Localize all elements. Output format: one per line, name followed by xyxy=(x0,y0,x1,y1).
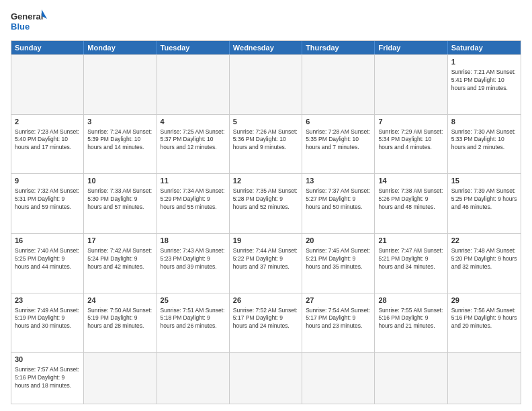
cal-header-day: Friday xyxy=(375,41,447,54)
sun-info: Sunrise: 7:24 AM Sunset: 5:39 PM Dayligh… xyxy=(87,128,152,152)
calendar-cell: 25Sunrise: 7:51 AM Sunset: 5:18 PM Dayli… xyxy=(157,293,230,353)
calendar-row: 9Sunrise: 7:32 AM Sunset: 5:31 PM Daylig… xyxy=(11,173,521,233)
day-number: 6 xyxy=(306,117,371,127)
calendar-cell: 27Sunrise: 7:54 AM Sunset: 5:17 PM Dayli… xyxy=(302,293,375,353)
day-number: 26 xyxy=(233,295,298,306)
day-number: 16 xyxy=(15,236,80,246)
sun-info: Sunrise: 7:49 AM Sunset: 5:19 PM Dayligh… xyxy=(15,307,80,331)
calendar-row: 2Sunrise: 7:23 AM Sunset: 5:40 PM Daylig… xyxy=(11,114,521,174)
calendar-cell: 23Sunrise: 7:49 AM Sunset: 5:19 PM Dayli… xyxy=(11,293,84,353)
sun-info: Sunrise: 7:43 AM Sunset: 5:23 PM Dayligh… xyxy=(161,247,226,271)
sun-info: Sunrise: 7:39 AM Sunset: 5:25 PM Dayligh… xyxy=(451,187,517,212)
day-number: 3 xyxy=(87,117,152,127)
calendar-body: 1Sunrise: 7:21 AM Sunset: 5:41 PM Daylig… xyxy=(11,54,521,404)
sun-info: Sunrise: 7:45 AM Sunset: 5:21 PM Dayligh… xyxy=(306,247,371,271)
calendar-cell: 16Sunrise: 7:40 AM Sunset: 5:25 PM Dayli… xyxy=(11,234,84,293)
calendar-cell: 15Sunrise: 7:39 AM Sunset: 5:25 PM Dayli… xyxy=(448,174,521,233)
cal-header-day: Monday xyxy=(84,41,157,54)
logo: General Blue xyxy=(11,8,48,35)
sun-info: Sunrise: 7:48 AM Sunset: 5:20 PM Dayligh… xyxy=(451,247,517,271)
calendar-cell: 28Sunrise: 7:55 AM Sunset: 5:16 PM Dayli… xyxy=(375,293,447,353)
calendar-cell: 4Sunrise: 7:25 AM Sunset: 5:37 PM Daylig… xyxy=(157,115,230,174)
calendar-cell: 17Sunrise: 7:42 AM Sunset: 5:24 PM Dayli… xyxy=(84,234,157,293)
sun-info: Sunrise: 7:40 AM Sunset: 5:25 PM Dayligh… xyxy=(15,247,80,271)
calendar-header: SundayMondayTuesdayWednesdayThursdayFrid… xyxy=(11,41,521,54)
calendar-cell: 29Sunrise: 7:56 AM Sunset: 5:16 PM Dayli… xyxy=(448,293,521,353)
sun-info: Sunrise: 7:52 AM Sunset: 5:17 PM Dayligh… xyxy=(233,307,298,331)
day-number: 18 xyxy=(161,236,226,246)
sun-info: Sunrise: 7:44 AM Sunset: 5:22 PM Dayligh… xyxy=(233,247,298,271)
calendar-cell: 3Sunrise: 7:24 AM Sunset: 5:39 PM Daylig… xyxy=(84,115,157,174)
day-number: 19 xyxy=(233,236,298,246)
day-number: 20 xyxy=(306,236,371,246)
sun-info: Sunrise: 7:26 AM Sunset: 5:36 PM Dayligh… xyxy=(233,128,298,152)
calendar-row: 23Sunrise: 7:49 AM Sunset: 5:19 PM Dayli… xyxy=(11,293,521,353)
day-number: 30 xyxy=(15,355,80,365)
calendar-cell xyxy=(230,55,302,114)
calendar-cell xyxy=(84,55,157,114)
svg-text:General: General xyxy=(11,11,43,21)
sun-info: Sunrise: 7:32 AM Sunset: 5:31 PM Dayligh… xyxy=(15,187,80,212)
day-number: 21 xyxy=(378,236,443,246)
calendar-cell: 10Sunrise: 7:33 AM Sunset: 5:30 PM Dayli… xyxy=(84,174,157,233)
day-number: 10 xyxy=(87,176,152,186)
calendar-cell: 5Sunrise: 7:26 AM Sunset: 5:36 PM Daylig… xyxy=(230,115,302,174)
day-number: 5 xyxy=(233,117,298,127)
day-number: 12 xyxy=(233,176,298,186)
day-number: 27 xyxy=(306,295,371,306)
calendar-cell xyxy=(230,353,302,404)
sun-info: Sunrise: 7:23 AM Sunset: 5:40 PM Dayligh… xyxy=(15,128,80,152)
sun-info: Sunrise: 7:34 AM Sunset: 5:29 PM Dayligh… xyxy=(161,187,226,212)
calendar-cell: 24Sunrise: 7:50 AM Sunset: 5:19 PM Dayli… xyxy=(84,293,157,353)
day-number: 2 xyxy=(15,117,80,127)
page-header: General Blue xyxy=(11,8,521,35)
sun-info: Sunrise: 7:50 AM Sunset: 5:19 PM Dayligh… xyxy=(87,307,152,331)
day-number: 7 xyxy=(378,117,443,127)
sun-info: Sunrise: 7:21 AM Sunset: 5:41 PM Dayligh… xyxy=(451,68,517,93)
calendar-row: 1Sunrise: 7:21 AM Sunset: 5:41 PM Daylig… xyxy=(11,54,521,114)
calendar-cell: 1Sunrise: 7:21 AM Sunset: 5:41 PM Daylig… xyxy=(448,55,521,114)
sun-info: Sunrise: 7:56 AM Sunset: 5:16 PM Dayligh… xyxy=(451,307,517,331)
sun-info: Sunrise: 7:28 AM Sunset: 5:35 PM Dayligh… xyxy=(306,128,371,152)
day-number: 14 xyxy=(378,176,443,186)
day-number: 17 xyxy=(87,236,152,246)
sun-info: Sunrise: 7:47 AM Sunset: 5:21 PM Dayligh… xyxy=(378,247,443,271)
logo-svg: General Blue xyxy=(11,8,48,35)
calendar-cell: 6Sunrise: 7:28 AM Sunset: 5:35 PM Daylig… xyxy=(302,115,375,174)
calendar-cell: 7Sunrise: 7:29 AM Sunset: 5:34 PM Daylig… xyxy=(375,115,447,174)
sun-info: Sunrise: 7:29 AM Sunset: 5:34 PM Dayligh… xyxy=(378,128,443,152)
day-number: 9 xyxy=(15,176,80,186)
day-number: 8 xyxy=(451,117,517,127)
sun-info: Sunrise: 7:37 AM Sunset: 5:27 PM Dayligh… xyxy=(306,187,371,212)
calendar-cell xyxy=(157,353,230,404)
day-number: 24 xyxy=(87,295,152,306)
calendar-row: 30Sunrise: 7:57 AM Sunset: 5:16 PM Dayli… xyxy=(11,352,521,404)
calendar-cell: 9Sunrise: 7:32 AM Sunset: 5:31 PM Daylig… xyxy=(11,174,84,233)
day-number: 4 xyxy=(161,117,226,127)
calendar-cell: 19Sunrise: 7:44 AM Sunset: 5:22 PM Dayli… xyxy=(230,234,302,293)
calendar-cell: 8Sunrise: 7:30 AM Sunset: 5:33 PM Daylig… xyxy=(448,115,521,174)
cal-header-day: Thursday xyxy=(302,41,375,54)
sun-info: Sunrise: 7:38 AM Sunset: 5:26 PM Dayligh… xyxy=(378,187,443,212)
sun-info: Sunrise: 7:54 AM Sunset: 5:17 PM Dayligh… xyxy=(306,307,371,331)
calendar-cell xyxy=(375,353,447,404)
cal-header-day: Sunday xyxy=(11,41,84,54)
day-number: 28 xyxy=(378,295,443,306)
day-number: 11 xyxy=(161,176,226,186)
calendar-cell: 12Sunrise: 7:35 AM Sunset: 5:28 PM Dayli… xyxy=(230,174,302,233)
sun-info: Sunrise: 7:30 AM Sunset: 5:33 PM Dayligh… xyxy=(451,128,517,152)
calendar-row: 16Sunrise: 7:40 AM Sunset: 5:25 PM Dayli… xyxy=(11,233,521,293)
calendar-cell: 30Sunrise: 7:57 AM Sunset: 5:16 PM Dayli… xyxy=(11,353,84,404)
svg-text:Blue: Blue xyxy=(11,21,30,32)
calendar-cell: 21Sunrise: 7:47 AM Sunset: 5:21 PM Dayli… xyxy=(375,234,447,293)
calendar-cell xyxy=(375,55,447,114)
calendar-cell: 20Sunrise: 7:45 AM Sunset: 5:21 PM Dayli… xyxy=(302,234,375,293)
calendar-cell xyxy=(302,353,375,404)
day-number: 22 xyxy=(451,236,517,246)
calendar-cell: 2Sunrise: 7:23 AM Sunset: 5:40 PM Daylig… xyxy=(11,115,84,174)
calendar-cell: 26Sunrise: 7:52 AM Sunset: 5:17 PM Dayli… xyxy=(230,293,302,353)
calendar-cell: 18Sunrise: 7:43 AM Sunset: 5:23 PM Dayli… xyxy=(157,234,230,293)
day-number: 29 xyxy=(451,295,517,306)
calendar-cell: 11Sunrise: 7:34 AM Sunset: 5:29 PM Dayli… xyxy=(157,174,230,233)
day-number: 25 xyxy=(161,295,226,306)
